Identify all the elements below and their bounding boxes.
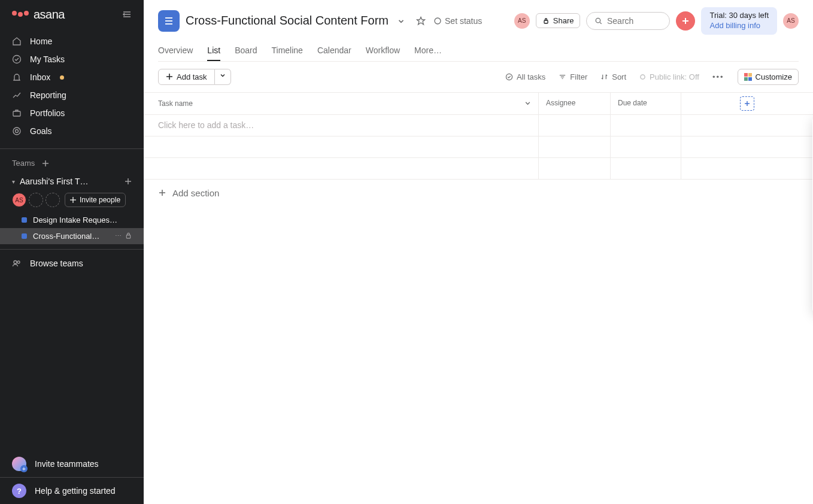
nav-inbox[interactable]: Inbox	[0, 68, 144, 86]
svg-point-22	[596, 18, 600, 22]
project-item-active[interactable]: Cross-Functional… ⋯	[0, 228, 144, 244]
search-input[interactable]	[607, 16, 661, 26]
nav-goals[interactable]: Goals	[0, 122, 144, 140]
cell-assignee[interactable]	[539, 158, 611, 179]
bell-icon	[12, 72, 22, 82]
tab-calendar[interactable]: Calendar	[317, 41, 351, 61]
browse-teams-label: Browse teams	[30, 259, 83, 268]
svg-rect-4	[13, 111, 20, 116]
avatar-placeholder[interactable]	[45, 193, 60, 207]
invite-teammates-label: Invite teammates	[35, 459, 99, 469]
chart-icon	[12, 90, 22, 100]
add-team-button[interactable]	[42, 160, 49, 167]
tab-workflow[interactable]: Workflow	[366, 41, 400, 61]
project-tabs: Overview List Board Timeline Calendar Wo…	[158, 41, 799, 62]
column-task-name[interactable]: Task name	[144, 93, 539, 114]
nav-label: Portfolios	[30, 108, 65, 118]
brand-name: asana	[34, 8, 65, 22]
caret-down-icon: ▾	[12, 178, 15, 185]
cell-task[interactable]	[144, 158, 539, 179]
browse-teams-button[interactable]: Browse teams	[0, 254, 144, 272]
nav-my-tasks[interactable]: My Tasks	[0, 50, 144, 68]
nav-label: My Tasks	[30, 54, 65, 64]
svg-line-23	[600, 22, 602, 23]
add-task-label: Add task	[177, 72, 207, 81]
avatar-placeholder[interactable]	[29, 193, 43, 207]
task-row-empty[interactable]	[144, 136, 813, 158]
quick-add-button[interactable]	[676, 11, 695, 31]
tab-timeline[interactable]: Timeline	[272, 41, 303, 61]
chevron-down-icon[interactable]	[524, 100, 531, 107]
task-row-placeholder[interactable]: Click here to add a task…	[144, 115, 813, 136]
cell-due[interactable]	[611, 136, 681, 157]
task-row-empty[interactable]	[144, 158, 813, 180]
svg-point-5	[13, 127, 20, 135]
nav-label: Home	[30, 37, 52, 46]
invite-people-label: Invite people	[80, 196, 120, 204]
search-box[interactable]	[586, 12, 670, 30]
project-icon[interactable]	[158, 10, 180, 32]
add-project-button[interactable]	[125, 178, 132, 185]
member-avatar[interactable]: AS	[514, 13, 530, 29]
more-icon[interactable]: ⋯	[115, 232, 122, 240]
svg-point-32	[641, 75, 645, 79]
home-icon	[12, 37, 22, 46]
check-circle-icon	[12, 54, 22, 64]
trial-banner[interactable]: Trial: 30 days left Add billing info	[701, 7, 777, 35]
add-section-button[interactable]: Add section	[144, 180, 813, 207]
tab-board[interactable]: Board	[235, 41, 257, 61]
add-billing-link[interactable]: Add billing info	[709, 21, 769, 31]
column-assignee[interactable]: Assignee	[539, 93, 611, 114]
add-task-dropdown[interactable]	[215, 69, 231, 85]
nav-reporting[interactable]: Reporting	[0, 86, 144, 104]
teams-label: Teams	[12, 159, 35, 168]
public-link-button[interactable]: Public link: Off	[639, 72, 699, 81]
svg-point-20	[435, 18, 441, 24]
project-menu-button[interactable]	[395, 14, 408, 28]
add-task-button[interactable]: Add task	[158, 69, 215, 85]
nav-home[interactable]: Home	[0, 32, 144, 50]
customize-icon	[744, 73, 752, 81]
cell-due[interactable]	[611, 158, 681, 179]
column-due-date[interactable]: Due date	[611, 93, 681, 114]
project-color-icon	[22, 233, 27, 239]
invite-teammates-button[interactable]: Invite teammates	[0, 451, 144, 477]
team-item[interactable]: ▾ Aarushi's First T…	[0, 172, 144, 190]
svg-point-6	[16, 130, 19, 133]
nav-label: Goals	[30, 126, 52, 136]
user-avatar[interactable]: AS	[783, 13, 799, 29]
sidebar-collapse-button[interactable]	[120, 7, 134, 22]
grid-header: Task name Assignee Due date	[144, 93, 813, 115]
sort-button[interactable]: Sort	[600, 72, 626, 81]
tab-more[interactable]: More…	[414, 41, 442, 61]
task-placeholder[interactable]: Click here to add a task…	[144, 115, 539, 136]
project-item[interactable]: Design Intake Reques…	[0, 212, 144, 228]
nav-portfolios[interactable]: Portfolios	[0, 104, 144, 122]
cell-due[interactable]	[611, 115, 681, 136]
filter-button[interactable]: Filter	[559, 72, 587, 81]
team-name: Aarushi's First T…	[20, 177, 120, 186]
svg-point-3	[13, 56, 21, 63]
set-status-button[interactable]: Set status	[434, 16, 482, 26]
avatar[interactable]: AS	[12, 193, 26, 207]
nav-label: Reporting	[30, 90, 66, 100]
cell-task[interactable]	[144, 136, 539, 157]
more-options-button[interactable]: •••	[712, 72, 724, 81]
share-button[interactable]: Share	[536, 13, 581, 28]
tab-overview[interactable]: Overview	[158, 41, 193, 61]
tab-list[interactable]: List	[207, 41, 220, 61]
cell-assignee[interactable]	[539, 136, 611, 157]
help-button[interactable]: ? Help & getting started	[0, 477, 144, 504]
filter-label: Filter	[570, 72, 587, 81]
all-tasks-button[interactable]: All tasks	[505, 72, 545, 81]
brand-logo[interactable]: asana	[12, 8, 65, 22]
svg-rect-13	[126, 235, 130, 239]
add-column-button[interactable]	[740, 96, 754, 111]
people-icon	[12, 259, 22, 268]
cell-assignee[interactable]	[539, 115, 611, 136]
invite-people-button[interactable]: Invite people	[65, 193, 126, 207]
customize-button[interactable]: Customize	[738, 69, 799, 85]
share-label: Share	[553, 16, 574, 25]
project-title[interactable]: Cross-Functional Social Content Form	[186, 14, 389, 28]
star-icon[interactable]	[414, 14, 428, 28]
